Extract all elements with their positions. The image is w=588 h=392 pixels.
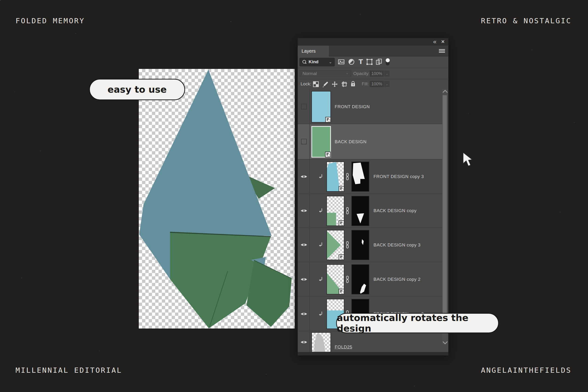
mask-link-icon[interactable] xyxy=(346,241,349,248)
layer-row[interactable]: FOLD25 xyxy=(298,331,443,353)
noise-texture xyxy=(0,0,1,1)
panel-menu-icon[interactable] xyxy=(439,49,445,53)
callout-text: easy to use xyxy=(108,84,166,95)
smart-object-badge-icon xyxy=(325,117,331,122)
smart-object-badge-icon xyxy=(339,289,344,294)
smart-object-badge-icon xyxy=(339,186,344,192)
filter-toggle-icon[interactable] xyxy=(385,58,390,65)
document-canvas[interactable] xyxy=(139,69,295,328)
filter-shape-layers-icon[interactable] xyxy=(366,58,373,65)
layer-row[interactable]: BACK DESIGN copy xyxy=(298,194,443,228)
mask-link-icon[interactable] xyxy=(346,276,349,283)
layer-name[interactable]: BACK DESIGN copy 3 xyxy=(374,242,420,248)
lock-artboard-icon[interactable] xyxy=(341,81,348,87)
lock-all-icon[interactable] xyxy=(350,81,356,87)
mask-link-icon[interactable] xyxy=(346,173,349,180)
scroll-down-icon[interactable] xyxy=(443,339,448,344)
smart-object-badge-icon xyxy=(339,254,344,260)
showcase-image: FOLDED MEMORY RETRO & NOSTALGIC MILLENNI… xyxy=(0,0,588,392)
visibility-toggle[interactable] xyxy=(301,104,307,109)
blend-mode-row: Normal ⌄ Opacity: 100% ⌄ xyxy=(298,68,448,79)
layer-name[interactable]: FRONT DESIGN xyxy=(335,104,370,109)
filter-type-layers-icon[interactable]: T xyxy=(357,58,364,65)
layer-name[interactable]: FRONT DESIGN copy 3 xyxy=(374,174,424,179)
visibility-toggle[interactable] xyxy=(301,139,307,144)
chevron-down-icon: ⌄ xyxy=(346,71,348,75)
fill-label: Fill: xyxy=(362,81,369,86)
close-panel-icon[interactable]: × xyxy=(441,38,444,46)
panel-tabbar: Layers xyxy=(298,46,448,56)
layer-name[interactable]: BACK DESIGN xyxy=(335,139,366,144)
layer-thumbnail[interactable] xyxy=(312,126,331,158)
eye-icon[interactable] xyxy=(300,311,307,316)
layer-thumbnail[interactable] xyxy=(326,230,344,260)
opacity-dropdown-icon[interactable]: ⌄ xyxy=(384,70,390,77)
tab-layers[interactable]: Layers xyxy=(298,46,329,56)
callout-text: automatically rotates the design xyxy=(337,312,498,334)
blend-mode-value: Normal xyxy=(302,71,317,76)
branding-bottom-right: ANGELAINTHEFIELDS xyxy=(481,366,572,374)
scrollbar-thumb[interactable] xyxy=(443,95,447,333)
layer-row[interactable]: BACK DESIGN copy 2 xyxy=(298,262,443,297)
clipping-mask-arrow-icon xyxy=(318,174,323,179)
layer-thumbnail[interactable] xyxy=(326,264,344,294)
filter-adjustment-layers-icon[interactable] xyxy=(348,58,355,65)
search-icon xyxy=(302,60,306,64)
lock-position-icon[interactable] xyxy=(332,81,338,87)
clipping-mask-arrow-icon xyxy=(318,277,323,282)
filter-smart-objects-icon[interactable] xyxy=(376,58,382,65)
opacity-label: Opacity: xyxy=(353,71,370,76)
layer-name[interactable]: FOLD25 xyxy=(335,344,352,350)
fill-value[interactable]: 100% xyxy=(369,80,384,88)
layer-thumbnail[interactable] xyxy=(312,332,331,352)
mouse-cursor-icon xyxy=(462,152,474,167)
layer-row[interactable]: BACK DESIGN xyxy=(298,124,443,160)
panel-scrollbar[interactable] xyxy=(442,89,447,344)
lock-label: Lock: xyxy=(300,81,311,86)
blend-mode-dropdown[interactable]: Normal ⌄ xyxy=(300,70,351,77)
eye-icon[interactable] xyxy=(300,174,307,179)
branding-top-left: FOLDED MEMORY xyxy=(16,16,85,25)
eye-icon[interactable] xyxy=(300,277,307,282)
fold-crease-lines xyxy=(139,69,295,328)
scroll-up-icon[interactable] xyxy=(443,90,448,95)
filter-kind-label: Kind xyxy=(308,59,318,64)
layer-mask-thumbnail[interactable] xyxy=(352,196,369,226)
fill-dropdown-icon[interactable]: ⌄ xyxy=(384,80,390,88)
eye-icon[interactable] xyxy=(300,340,307,345)
panel-footer xyxy=(298,352,448,355)
layer-thumbnail[interactable] xyxy=(312,91,331,122)
layer-name[interactable]: BACK DESIGN copy 2 xyxy=(374,277,420,282)
chevron-down-icon: ⌄ xyxy=(329,60,332,64)
eye-icon[interactable] xyxy=(300,242,307,248)
layer-thumbnail[interactable] xyxy=(326,162,344,192)
layer-mask-thumbnail[interactable] xyxy=(352,230,369,260)
smart-object-badge-icon xyxy=(339,220,344,226)
eye-icon[interactable] xyxy=(300,208,307,213)
opacity-value[interactable]: 100% xyxy=(369,70,384,77)
branding-top-right: RETRO & NOSTALGIC xyxy=(481,16,572,25)
layer-thumbnail[interactable] xyxy=(326,196,344,226)
filter-kind-dropdown[interactable]: Kind ⌄ xyxy=(300,58,335,66)
panel-titlebar: « × xyxy=(298,38,448,46)
lock-pixels-brush-icon[interactable] xyxy=(322,81,328,87)
clipping-mask-arrow-icon xyxy=(318,242,323,248)
layer-row[interactable]: FRONT DESIGN xyxy=(298,89,443,124)
clipping-mask-arrow-icon xyxy=(318,208,323,213)
callout-easy-to-use: easy to use xyxy=(89,79,185,100)
collapse-panel-icon[interactable]: « xyxy=(433,38,436,46)
callout-auto-rotate: automatically rotates the design xyxy=(336,313,499,333)
branding-bottom-left: MILLENNIAL EDITORIAL xyxy=(16,366,122,374)
mask-link-icon[interactable] xyxy=(346,207,349,214)
lock-transparency-icon[interactable] xyxy=(313,81,319,87)
layer-row[interactable]: BACK DESIGN copy 3 xyxy=(298,228,443,262)
lock-row: Lock: Fill: 100% ⌄ xyxy=(298,79,448,89)
layers-panel: « × Layers Kind ⌄ T xyxy=(297,38,449,356)
layer-mask-thumbnail[interactable] xyxy=(352,162,369,192)
layer-name[interactable]: BACK DESIGN copy xyxy=(374,208,416,213)
layer-filter-row: Kind ⌄ T xyxy=(298,57,448,68)
clipping-mask-arrow-icon xyxy=(318,311,323,316)
layer-row[interactable]: FRONT DESIGN copy 3 xyxy=(298,160,443,194)
filter-pixel-layers-icon[interactable] xyxy=(338,58,345,65)
layer-mask-thumbnail[interactable] xyxy=(352,264,369,294)
